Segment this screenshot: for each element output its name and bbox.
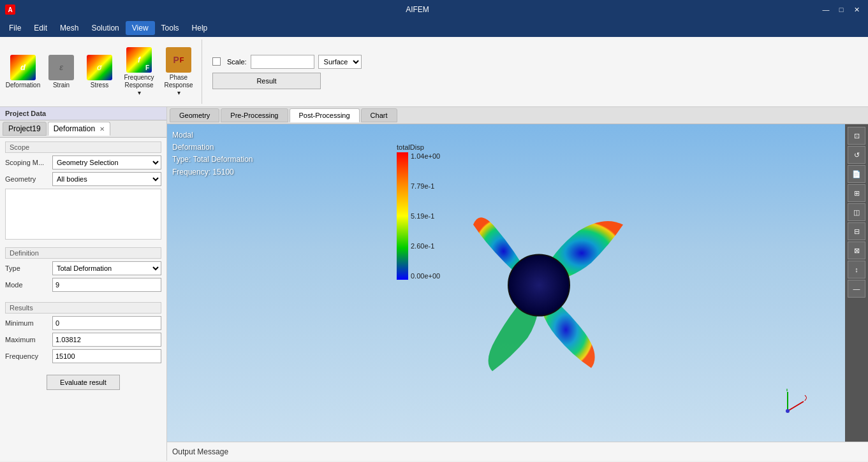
app-title: AIFEM	[15, 5, 820, 14]
project-tabs-row: Project19 Deformation ✕	[0, 120, 166, 138]
frequency-input[interactable]	[52, 349, 161, 363]
right-toolbar: ⊡ ↺ 📄 ⊞ ◫ ⊟ ⊠ ↕ —	[845, 124, 868, 442]
type-row: Type Total Deformation Directional Defor…	[5, 261, 161, 275]
tab-project19-label: Project19	[8, 124, 41, 133]
tab-deformation-label: Deformation	[54, 124, 95, 133]
type-select[interactable]: Total Deformation Directional Deformatio…	[52, 261, 161, 275]
menu-view[interactable]: View	[126, 21, 155, 35]
frequency-response-button[interactable]: f F FrequencyResponse ▾	[120, 43, 158, 101]
maximum-input[interactable]	[52, 333, 161, 347]
ribbon: d Deformation ε Strain σ Stress f F Freq…	[0, 37, 868, 107]
svg-point-5	[786, 409, 790, 413]
modal-info-line4: Frequency: 15100	[172, 166, 253, 178]
rt-btn-2[interactable]: ↺	[848, 146, 865, 164]
axis-indicator: X Y	[769, 389, 807, 422]
geometry-select[interactable]: All bodies	[52, 172, 161, 186]
modal-info-line1: Modal	[172, 129, 253, 141]
scoping-method-label: Scoping M...	[5, 159, 50, 166]
rt-btn-7[interactable]: ⊠	[848, 242, 865, 259]
axis-svg: X Y	[769, 389, 807, 421]
frequency-response-icon: f F	[126, 47, 152, 73]
definition-label: Definition	[5, 247, 161, 259]
mode-label: Mode	[5, 281, 50, 289]
deformation-button[interactable]: d Deformation	[5, 43, 41, 101]
ribbon-scale-controls: Scale: Surface Result	[207, 40, 367, 104]
modal-info-line3: Type: Total Deformation	[172, 154, 253, 166]
svg-point-0	[508, 255, 570, 316]
tab-project19[interactable]: Project19	[3, 122, 47, 136]
rt-btn-9[interactable]: —	[848, 280, 865, 298]
left-panel: Project Data Project19 Deformation ✕ Sco…	[0, 107, 167, 461]
strain-icon: ε	[48, 55, 74, 80]
stress-icon: σ	[87, 55, 112, 80]
stress-label: Stress	[91, 82, 108, 89]
maximize-button[interactable]: □	[835, 4, 848, 15]
geometry-preview	[5, 189, 161, 240]
phase-response-icon: P F	[166, 47, 191, 73]
app-icon: A	[5, 4, 15, 15]
menu-solution[interactable]: Solution	[85, 21, 125, 35]
maximum-label: Maximum	[5, 336, 50, 343]
menu-mesh[interactable]: Mesh	[54, 21, 85, 35]
project-data-header: Project Data	[0, 107, 166, 120]
rt-btn-5[interactable]: ◫	[848, 203, 865, 221]
svg-text:Y: Y	[784, 389, 790, 393]
right-content: Geometry Pre-Processing Post-Processing …	[167, 107, 868, 461]
menu-help[interactable]: Help	[186, 21, 214, 35]
result-button[interactable]: Result	[212, 73, 321, 89]
geometry-label: Geometry	[5, 175, 50, 183]
output-message-label: Output Message	[172, 447, 228, 456]
svg-line-1	[788, 401, 804, 411]
cb-label-0: 1.04e+00	[411, 152, 440, 160]
frequency-row: Frequency	[5, 349, 161, 363]
results-label: Results	[5, 302, 161, 314]
surface-select[interactable]: Surface	[318, 55, 362, 69]
scale-input[interactable]	[251, 55, 314, 69]
rt-btn-4[interactable]: ⊞	[848, 184, 865, 202]
close-button[interactable]: ✕	[850, 4, 863, 15]
scope-label: Scope	[5, 141, 161, 153]
menu-tools[interactable]: Tools	[155, 21, 186, 35]
phase-response-label: PhaseResponse ▾	[163, 74, 194, 97]
strain-label: Strain	[53, 82, 70, 89]
rt-btn-1[interactable]: ⊡	[848, 127, 865, 145]
tab-geometry[interactable]: Geometry	[170, 108, 219, 122]
viewport-row: Modal Deformation Type: Total Deformatio…	[167, 124, 868, 442]
type-label: Type	[5, 264, 50, 272]
phase-response-button[interactable]: P F PhaseResponse ▾	[161, 43, 196, 101]
deformation-icon: d	[10, 55, 36, 80]
scoping-method-row: Scoping M... Geometry Selection Named Se…	[5, 155, 161, 170]
mode-input[interactable]	[52, 278, 161, 292]
viewport: Modal Deformation Type: Total Deformatio…	[167, 124, 845, 442]
output-bar: Output Message	[167, 442, 868, 461]
scoping-method-select[interactable]: Geometry Selection Named Selection	[52, 155, 161, 170]
scale-row: Scale: Surface	[212, 55, 362, 69]
window-controls: — □ ✕	[820, 4, 863, 15]
menu-edit[interactable]: Edit	[27, 21, 54, 35]
definition-section: Definition Type Total Deformation Direct…	[0, 243, 166, 298]
minimum-input[interactable]	[52, 316, 161, 330]
evaluate-result-button[interactable]: Evaluate result	[47, 375, 120, 390]
minimize-button[interactable]: —	[820, 4, 832, 15]
menubar: File Edit Mesh Solution View Tools Help	[0, 19, 868, 37]
mode-row: Mode	[5, 278, 161, 292]
rt-btn-8[interactable]: ↕	[848, 261, 865, 278]
tab-deformation-close[interactable]: ✕	[99, 126, 105, 133]
strain-button[interactable]: ε Strain	[43, 43, 79, 101]
minimum-row: Minimum	[5, 316, 161, 330]
rt-btn-6[interactable]: ⊟	[848, 222, 865, 240]
colorbar-gradient	[397, 152, 408, 280]
tab-chart[interactable]: Chart	[361, 108, 397, 122]
tab-deformation[interactable]: Deformation ✕	[48, 122, 110, 136]
rt-btn-3[interactable]: 📄	[848, 165, 865, 183]
tab-post-processing[interactable]: Post-Processing	[290, 108, 360, 122]
menu-file[interactable]: File	[3, 21, 27, 35]
colorbar-title: totalDisp	[397, 143, 424, 151]
minimum-label: Minimum	[5, 319, 50, 327]
maximum-row: Maximum	[5, 333, 161, 347]
content-tabs: Geometry Pre-Processing Post-Processing …	[167, 107, 868, 124]
tab-pre-processing[interactable]: Pre-Processing	[221, 108, 288, 122]
scale-checkbox[interactable]	[212, 57, 221, 66]
modal-info-line2: Deformation	[172, 141, 253, 154]
stress-button[interactable]: σ Stress	[82, 43, 117, 101]
